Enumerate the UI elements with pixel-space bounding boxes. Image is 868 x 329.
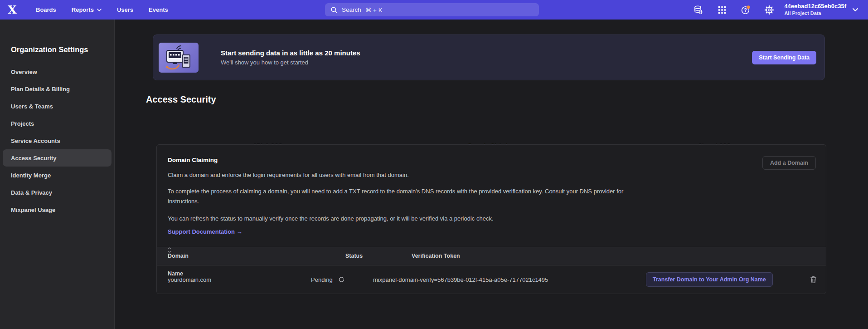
- notification-dot: [747, 5, 750, 9]
- top-navbar: X Boards Reports Users Events Search ⌘ +…: [0, 0, 868, 20]
- sidebar-title: Organization Settings: [0, 44, 114, 54]
- nav-item-reports[interactable]: Reports: [64, 0, 109, 20]
- sidebar-item-identity-merge[interactable]: Identity Merge: [3, 167, 112, 184]
- start-sending-data-button[interactable]: Start Sending Data: [752, 51, 816, 64]
- delete-domain-icon[interactable]: [810, 276, 817, 284]
- settings-sidebar: Organization Settings Overview Plan Deta…: [0, 20, 115, 329]
- status-cell: Pending: [311, 276, 345, 283]
- project-name: All Project Data: [784, 10, 846, 16]
- org-id: 44eebad12c65eb0c35f: [784, 3, 846, 10]
- sidebar-item-service-accounts[interactable]: Service Accounts: [3, 132, 112, 149]
- settings-icon[interactable]: [764, 5, 774, 15]
- page-title: Access Security: [146, 94, 216, 105]
- refresh-status-icon[interactable]: [338, 276, 345, 283]
- add-domain-button[interactable]: Add a Domain: [762, 156, 816, 170]
- chevron-down-icon[interactable]: [853, 8, 858, 11]
- verification-token-cell: mixpanel-domain-verify=567b39be-012f-415…: [373, 276, 548, 283]
- panel-description-3: You can refresh the status to manually v…: [168, 214, 494, 224]
- column-domain-name[interactable]: Domain Name: [168, 247, 171, 253]
- status-badge: Pending: [311, 276, 333, 283]
- domains-table-header: Domain Name Status Verification Token: [157, 247, 826, 265]
- transfer-domain-button[interactable]: Transfer Domain to Your Admin Org Name: [646, 272, 773, 287]
- main-content: Start sending data in as little as 20 mi…: [115, 20, 868, 329]
- search-input[interactable]: Search ⌘ + K: [325, 3, 539, 16]
- table-row: yourdomain.com Pending mixpanel-domain-v…: [157, 265, 826, 294]
- support-documentation-link[interactable]: Support Documentation →: [168, 228, 242, 235]
- svg-text:?: ?: [744, 7, 747, 13]
- mixpanel-logo-icon[interactable]: X: [6, 4, 18, 15]
- onboarding-subtitle: We'll show you how to get started: [221, 59, 360, 66]
- data-management-icon[interactable]: [693, 5, 703, 15]
- chevron-down-icon: [97, 9, 102, 11]
- navbar-actions: ? 44eebad12c65eb0c35f All Project Data: [680, 0, 868, 20]
- sidebar-item-overview[interactable]: Overview: [3, 63, 112, 80]
- sidebar-item-users-teams[interactable]: Users & Teams: [3, 98, 112, 115]
- nav-item-boards[interactable]: Boards: [28, 0, 64, 20]
- project-selector[interactable]: 44eebad12c65eb0c35f All Project Data: [784, 3, 846, 16]
- column-status: Status: [345, 247, 363, 265]
- sidebar-item-plan-details-billing[interactable]: Plan Details & Billing: [3, 80, 112, 98]
- nav-item-users[interactable]: Users: [109, 0, 141, 20]
- nav-label: Reports: [72, 6, 94, 13]
- nav-label: Events: [149, 6, 168, 13]
- sidebar-item-access-security[interactable]: Access Security: [3, 149, 112, 167]
- search-icon: [330, 6, 338, 14]
- onboarding-banner: Start sending data in as little as 20 mi…: [153, 34, 825, 80]
- search-label: Search: [342, 6, 361, 13]
- apps-grid-icon[interactable]: [717, 5, 727, 15]
- main-nav: Boards Reports Users Events: [28, 0, 176, 20]
- nav-item-events[interactable]: Events: [141, 0, 176, 20]
- onboarding-illustration: [159, 43, 199, 73]
- domain-claiming-panel: Domain Claiming Claim a domain and enfor…: [156, 144, 826, 294]
- onboarding-title: Start sending data in as little as 20 mi…: [221, 49, 360, 57]
- sidebar-item-data-privacy[interactable]: Data & Privacy: [3, 184, 112, 201]
- nav-label: Users: [117, 6, 133, 13]
- panel-description-1: Claim a domain and enforce the login req…: [168, 170, 409, 180]
- domain-name-cell: yourdomain.com: [168, 276, 211, 283]
- sidebar-item-projects[interactable]: Projects: [3, 115, 112, 132]
- sidebar-item-mixpanel-usage[interactable]: Mixpanel Usage: [3, 201, 112, 218]
- nav-label: Boards: [36, 6, 56, 13]
- search-shortcut: ⌘ + K: [365, 6, 383, 14]
- column-verification-token: Verification Token: [412, 247, 460, 265]
- help-icon[interactable]: ?: [741, 5, 751, 15]
- onboarding-text: Start sending data in as little as 20 mi…: [221, 49, 360, 66]
- sidebar-nav: Overview Plan Details & Billing Users & …: [0, 63, 114, 218]
- panel-title: Domain Claiming: [168, 157, 218, 163]
- panel-description-2: To complete the process of claiming a do…: [168, 187, 655, 206]
